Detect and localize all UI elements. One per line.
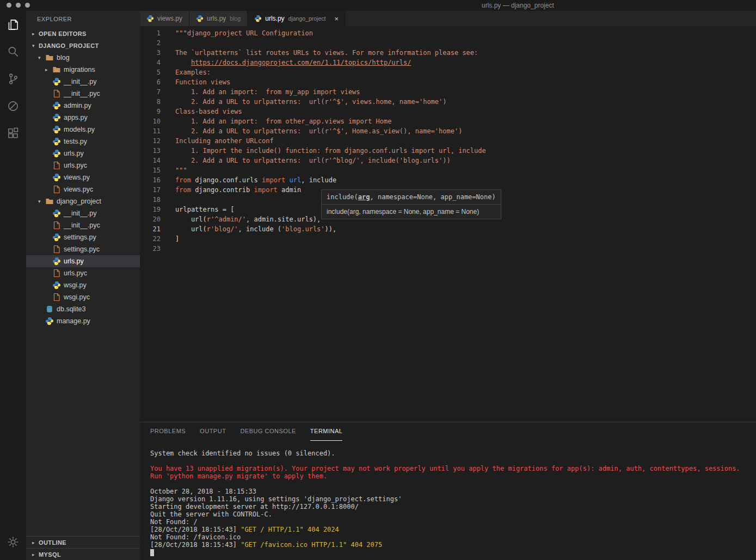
panel-tab-debug-console[interactable]: DEBUG CONSOLE bbox=[240, 422, 296, 441]
bottom-panel: PROBLEMSOUTPUTDEBUG CONSOLETERMINAL Syst… bbox=[140, 422, 756, 560]
code-line: 23 bbox=[140, 244, 756, 254]
signature-active-param: arg bbox=[358, 193, 370, 201]
code-line: 6Function views bbox=[140, 77, 756, 87]
code-line: 14 2. Add a URL to urlpatterns: url(r'^b… bbox=[140, 156, 756, 165]
panel-tab-output[interactable]: OUTPUT bbox=[200, 422, 226, 441]
file-label: urls.py bbox=[64, 150, 84, 157]
file-label: settings.py bbox=[64, 233, 96, 241]
folder-migrations[interactable]: ▸migrations bbox=[26, 64, 140, 76]
zoom-window-button[interactable] bbox=[25, 3, 30, 8]
line-number: 6 bbox=[140, 77, 167, 87]
file-urls.pyc[interactable]: urls.pyc bbox=[26, 159, 140, 171]
file-views.py[interactable]: views.py bbox=[26, 171, 140, 183]
file-label: __init__.pyc bbox=[64, 221, 100, 229]
code-text: """ bbox=[167, 165, 187, 175]
mysql-section[interactable]: ▸ MYSQL bbox=[26, 548, 140, 560]
file-views.pyc[interactable]: views.pyc bbox=[26, 183, 140, 195]
code-line: 5Examples: bbox=[140, 67, 756, 77]
tab-urls.py-django_project[interactable]: urls.pydjango_project× bbox=[248, 11, 346, 26]
python-file-icon bbox=[52, 233, 61, 242]
terminal-line bbox=[150, 480, 756, 488]
close-icon[interactable]: × bbox=[334, 15, 339, 23]
python-icon bbox=[196, 15, 204, 22]
settings-gear-icon[interactable] bbox=[0, 528, 26, 556]
file-wsgi.py[interactable]: wsgi.py bbox=[26, 279, 140, 291]
terminal-line: System check identified no issues (0 sil… bbox=[150, 450, 756, 457]
file-__init__.py[interactable]: __init__.py bbox=[26, 207, 140, 219]
file-admin.py[interactable]: admin.py bbox=[26, 100, 140, 112]
file-urls.py[interactable]: urls.py bbox=[26, 255, 140, 267]
panel-tab-problems[interactable]: PROBLEMS bbox=[150, 422, 186, 441]
file-__init__.py[interactable]: __init__.py bbox=[26, 76, 140, 88]
chevron-right-icon: ▸ bbox=[30, 540, 36, 545]
explorer-sidebar: EXPLORER ▸ OPEN EDITORS ▾ DJANGO_PROJECT… bbox=[26, 11, 140, 560]
code-line: 2 bbox=[140, 38, 756, 48]
extensions-icon[interactable] bbox=[0, 120, 26, 147]
file-models.py[interactable]: models.py bbox=[26, 124, 140, 136]
panel-tabs: PROBLEMSOUTPUTDEBUG CONSOLETERMINAL bbox=[140, 422, 756, 441]
activity-bar-top bbox=[0, 11, 26, 147]
code-text: 2. Add a URL to urlpatterns: url(r'^$', … bbox=[167, 97, 447, 107]
code-text: 2. Add a URL to urlpatterns: url(r'^blog… bbox=[167, 156, 451, 165]
terminal[interactable]: System check identified no issues (0 sil… bbox=[140, 441, 756, 556]
chevron-down-icon: ▾ bbox=[38, 199, 45, 204]
file-__init__.pyc[interactable]: __init__.pyc bbox=[26, 88, 140, 100]
file-urls.pyc[interactable]: urls.pyc bbox=[26, 267, 140, 279]
file-settings.pyc[interactable]: settings.pyc bbox=[26, 243, 140, 255]
code-line: 12Including another URLconf bbox=[140, 136, 756, 146]
file-db.sqlite3[interactable]: db.sqlite3 bbox=[26, 303, 140, 315]
code-text: Class-based views bbox=[167, 107, 242, 116]
code-line: 22] bbox=[140, 234, 756, 244]
tab-views.py[interactable]: views.py bbox=[140, 11, 189, 26]
files-icon[interactable] bbox=[0, 11, 26, 38]
file-tests.py[interactable]: tests.py bbox=[26, 136, 140, 147]
code-editor[interactable]: 1"""django_project URL Configuration23Th… bbox=[140, 26, 756, 422]
file-__init__.pyc[interactable]: __init__.pyc bbox=[26, 219, 140, 231]
python-file-icon bbox=[52, 257, 61, 266]
python-file-icon bbox=[45, 317, 54, 325]
line-number: 7 bbox=[140, 87, 167, 97]
database-icon bbox=[45, 305, 54, 313]
code-text: https://docs.djangoproject.com/en/1.11/t… bbox=[167, 58, 411, 67]
search-icon[interactable] bbox=[0, 38, 26, 65]
terminal-line: Django version 1.11.16, using settings '… bbox=[150, 495, 756, 503]
file-settings.py[interactable]: settings.py bbox=[26, 231, 140, 243]
code-text bbox=[167, 38, 175, 48]
line-number: 5 bbox=[140, 67, 167, 77]
file-label: apps.py bbox=[64, 114, 88, 121]
pyc-file-icon bbox=[52, 269, 61, 278]
line-number: 2 bbox=[140, 38, 167, 48]
chevron-right-icon: ▸ bbox=[30, 31, 36, 36]
code-text: ] bbox=[167, 234, 179, 244]
project-root-section[interactable]: ▾ DJANGO_PROJECT bbox=[26, 40, 140, 52]
file-label: settings.pyc bbox=[64, 245, 100, 253]
outline-section[interactable]: ▸ OUTLINE bbox=[26, 536, 140, 548]
file-manage.py[interactable]: manage.py bbox=[26, 315, 140, 327]
code-line: 4 https://docs.djangoproject.com/en/1.11… bbox=[140, 58, 756, 67]
folder-blog[interactable]: ▾blog bbox=[26, 52, 140, 64]
file-label: admin.py bbox=[64, 102, 91, 109]
file-label: wsgi.pyc bbox=[64, 293, 90, 301]
code-text: Examples: bbox=[167, 67, 211, 77]
folder-icon bbox=[45, 53, 54, 62]
pyc-file-icon bbox=[52, 221, 61, 230]
pyc-file-icon bbox=[52, 293, 61, 301]
open-editors-section[interactable]: ▸ OPEN EDITORS bbox=[26, 28, 140, 40]
tab-urls.py-blog[interactable]: urls.pyblog bbox=[189, 11, 248, 26]
close-window-button[interactable] bbox=[7, 3, 11, 8]
terminal-line: Not Found: /favicon.ico bbox=[150, 533, 756, 541]
debug-icon[interactable] bbox=[0, 93, 26, 120]
line-number: 12 bbox=[140, 136, 167, 146]
source-control-icon[interactable] bbox=[0, 65, 26, 93]
terminal-cursor-line bbox=[150, 549, 756, 556]
file-label: tests.py bbox=[64, 138, 87, 145]
chevron-right-icon: ▸ bbox=[45, 67, 52, 72]
panel-tab-terminal[interactable]: TERMINAL bbox=[310, 422, 343, 441]
minimize-window-button[interactable] bbox=[16, 3, 21, 8]
file-urls.py[interactable]: urls.py bbox=[26, 147, 140, 159]
line-number: 15 bbox=[140, 165, 167, 175]
folder-django_project[interactable]: ▾django_project bbox=[26, 195, 140, 207]
file-apps.py[interactable]: apps.py bbox=[26, 112, 140, 124]
file-wsgi.pyc[interactable]: wsgi.pyc bbox=[26, 291, 140, 303]
code-text bbox=[167, 244, 175, 254]
